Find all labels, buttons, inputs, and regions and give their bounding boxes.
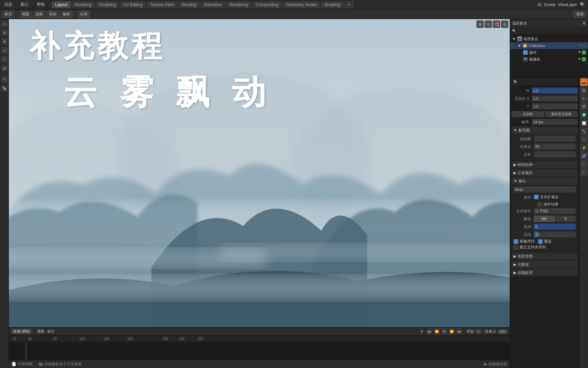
- collection-sel-icon[interactable]: ⊙: [583, 44, 586, 47]
- play-btn[interactable]: ⏸: [441, 328, 447, 335]
- depth-value[interactable]: 8: [534, 224, 576, 230]
- outliner-item-mesh[interactable]: ◯ 圆环 👁: [510, 49, 588, 56]
- output-path-value[interactable]: /tmp\: [513, 186, 576, 193]
- prop-particles-icon[interactable]: ✦: [580, 136, 588, 143]
- outliner-expand-scene[interactable]: ▼: [512, 37, 516, 41]
- engine-label[interactable]: Ai: [537, 2, 541, 7]
- viewport-3d[interactable]: 补充教程 云 雾 飘 动 ⊞ ⊙ 🧲 ◎: [9, 19, 510, 327]
- metadata-header[interactable]: ▶ 元数据: [511, 261, 578, 268]
- start-frame-value[interactable]: 1: [475, 329, 481, 334]
- tab-geometry-nodes[interactable]: Geometry Nodes: [282, 1, 320, 8]
- select-menu[interactable]: 选择: [33, 11, 45, 18]
- search-icon[interactable]: 🔍: [580, 2, 585, 7]
- prop-render-icon[interactable]: 📷: [580, 78, 588, 86]
- prop-constraints-icon[interactable]: 🔗: [580, 152, 588, 159]
- tool-scale[interactable]: ⤡: [1, 56, 8, 63]
- view-layer-name[interactable]: ViewLayer: [558, 2, 577, 7]
- mode-selector[interactable]: 模式: [2, 11, 14, 18]
- color-mgmt-header[interactable]: ▶ 色彩管理: [511, 252, 578, 260]
- tool-measure[interactable]: 📏: [1, 85, 8, 92]
- crop-render-btn[interactable]: 裁切至渲染框: [545, 111, 578, 117]
- timeline-marker-label[interactable]: 标记: [47, 329, 55, 334]
- cache-checkbox[interactable]: [537, 202, 542, 207]
- prop-modifier-icon[interactable]: 🔧: [580, 127, 588, 135]
- prop-physics-icon[interactable]: ⚡: [580, 144, 588, 151]
- object-menu[interactable]: 物体: [60, 11, 72, 18]
- percent-value[interactable]: 1.0: [532, 88, 578, 94]
- color-bw-btn[interactable]: BW: [534, 216, 555, 222]
- fps-value[interactable]: 24 fps: [532, 119, 578, 125]
- overlay-btn[interactable]: ⊞: [476, 20, 484, 28]
- outliner-item-collection[interactable]: ▼ 📁 Collection 👁 ⊙: [510, 42, 588, 49]
- file-ext-checkbox[interactable]: [534, 195, 539, 199]
- prop-material-icon[interactable]: ●: [580, 168, 588, 176]
- tab-layout[interactable]: Layout: [52, 1, 71, 8]
- end-frame-value[interactable]: 250: [497, 329, 508, 334]
- step-frame-prop-value[interactable]: [534, 151, 576, 157]
- prop-output-icon[interactable]: 🖼: [580, 87, 588, 94]
- jump-end-btn[interactable]: ⏭: [456, 328, 462, 335]
- view-menu[interactable]: 视图: [19, 11, 32, 18]
- timeline-track[interactable]: [9, 342, 510, 360]
- gizmo-btn[interactable]: ⊙: [485, 20, 492, 28]
- scene-name[interactable]: Scene: [544, 2, 555, 7]
- prop-scene-icon[interactable]: 🎬: [580, 103, 588, 110]
- mkdir-checkbox[interactable]: [513, 245, 518, 250]
- tool-rotate[interactable]: ↺: [1, 47, 8, 54]
- global-selector[interactable]: 全局: [78, 11, 90, 18]
- tab-scripting[interactable]: Scripting: [321, 1, 344, 8]
- outliner-expand-collection[interactable]: ▼: [518, 44, 521, 48]
- menu-render[interactable]: 渲染: [3, 1, 14, 8]
- snap-btn[interactable]: 🧲: [493, 20, 500, 28]
- timeline-camera-label[interactable]: 摄像(播帧): [11, 328, 32, 334]
- prop-object-icon[interactable]: ⬜: [580, 119, 588, 127]
- tab-modeling[interactable]: Modeling: [71, 1, 95, 8]
- tab-add[interactable]: +: [344, 1, 354, 8]
- bottom-bar-player[interactable]: ▶ 动画播放器: [484, 362, 507, 367]
- proportional-btn[interactable]: ◎: [501, 20, 508, 28]
- end-frame-prop-value[interactable]: 25: [534, 143, 576, 150]
- tab-rendering[interactable]: Rendering: [226, 1, 251, 8]
- bottom-bar-dopesheet[interactable]: 📹 动画摄影表上下文菜单: [38, 362, 82, 367]
- render-frame-btn[interactable]: 渲染框: [511, 111, 544, 117]
- collection-vis-icon[interactable]: 👁: [579, 44, 583, 47]
- frame-range-header[interactable]: ▼ 帧范围: [511, 126, 578, 134]
- prop-search-input[interactable]: [519, 80, 576, 84]
- format-value[interactable]: 🖼 PNG: [534, 208, 576, 214]
- outliner-item-camera[interactable]: 📷 摄像机 👁: [510, 56, 588, 63]
- outliner-filter-icon[interactable]: ⚙: [583, 21, 586, 26]
- output-header[interactable]: ▼ 输出: [511, 177, 578, 185]
- tool-transform[interactable]: ⊞: [1, 65, 8, 72]
- tool-cursor[interactable]: ⊕: [1, 29, 8, 36]
- bottom-bar-flatview[interactable]: 📄 平移视图: [12, 362, 33, 367]
- aspect-x-value[interactable]: 1.0: [532, 95, 578, 102]
- mesh-render-icon[interactable]: [582, 50, 586, 55]
- seq-checkbox[interactable]: [513, 239, 518, 244]
- current-frame[interactable]: 4: [421, 329, 423, 334]
- add-menu[interactable]: 添加: [47, 11, 59, 18]
- aspect-y-value[interactable]: 1.0: [532, 103, 578, 109]
- mesh-vis-icon[interactable]: 👁: [578, 50, 581, 55]
- tab-animation[interactable]: Animation: [200, 1, 225, 8]
- timeline-view-label[interactable]: 视图: [37, 329, 45, 334]
- tab-compositing[interactable]: Compositing: [252, 1, 282, 8]
- viewport-perspective[interactable]: 透视: [574, 11, 586, 18]
- outliner-search-input[interactable]: [518, 29, 586, 33]
- camera-vis-icon[interactable]: 👁: [578, 57, 581, 61]
- camera-render-icon[interactable]: [582, 57, 586, 61]
- prev-frame-btn[interactable]: ⏪: [434, 328, 440, 335]
- tab-uv-editing[interactable]: UV Editing: [120, 1, 146, 8]
- tab-texture-paint[interactable]: Texture Paint: [147, 1, 177, 8]
- tool-select[interactable]: ↖: [1, 20, 8, 27]
- color-r-btn[interactable]: R: [556, 216, 576, 222]
- prop-view-icon[interactable]: 👁: [580, 95, 588, 102]
- stereo-header[interactable]: ▶ 立体视法: [511, 169, 578, 177]
- menu-help[interactable]: 帮助: [35, 1, 46, 8]
- tool-move[interactable]: ✥: [1, 38, 8, 45]
- overwrite-checkbox[interactable]: [538, 239, 543, 244]
- outliner-item-scene[interactable]: ▼ 🎬 场景集合: [510, 35, 588, 42]
- tab-shading[interactable]: Shading: [178, 1, 200, 8]
- post-proc-header[interactable]: ▶ 后期处理: [511, 269, 578, 276]
- menu-window[interactable]: 窗口: [19, 1, 30, 8]
- next-frame-btn[interactable]: ⏩: [449, 328, 455, 335]
